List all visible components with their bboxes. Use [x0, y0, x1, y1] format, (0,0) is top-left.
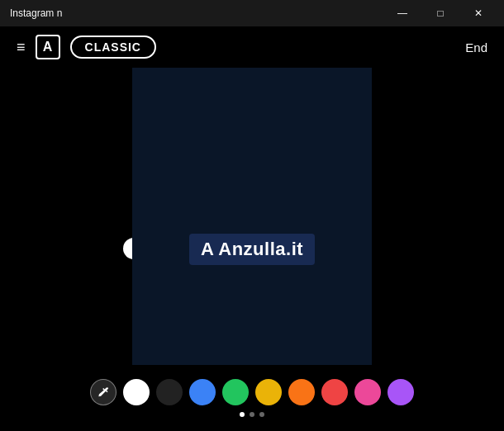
color-swatch-pink[interactable] — [354, 379, 381, 405]
title-bar: Instagram n — □ ✕ — [0, 0, 504, 26]
app-title: Instagram n — [7, 7, 62, 19]
maximize-button[interactable]: □ — [421, 0, 459, 26]
classic-mode-button[interactable]: CLASSIC — [70, 36, 156, 59]
end-button[interactable]: End — [465, 40, 487, 54]
color-swatch-yellow[interactable] — [255, 379, 282, 405]
color-palette — [0, 365, 504, 431]
color-swatch-green[interactable] — [222, 379, 249, 405]
window-controls: — □ ✕ — [383, 0, 497, 26]
color-swatch-black[interactable] — [156, 379, 183, 405]
menu-icon[interactable]: ≡ — [17, 39, 26, 56]
color-swatch-purple[interactable] — [388, 379, 414, 405]
dot-3 — [259, 412, 264, 417]
dot-1 — [240, 412, 245, 417]
eyedropper-button[interactable] — [90, 379, 116, 405]
pagination-dots — [240, 412, 264, 417]
toolbar: ≡ A CLASSIC End — [0, 26, 504, 68]
close-button[interactable]: ✕ — [459, 0, 497, 26]
color-swatch-red[interactable] — [321, 379, 348, 405]
swatches — [123, 379, 414, 405]
color-row — [90, 379, 414, 405]
dot-2 — [250, 412, 254, 417]
color-swatch-blue[interactable] — [189, 379, 216, 405]
text-style-button[interactable]: A — [36, 35, 60, 59]
toolbar-left: ≡ A CLASSIC — [17, 35, 156, 59]
eyedropper-icon — [97, 386, 110, 399]
minimize-button[interactable]: — — [383, 0, 421, 26]
color-swatch-orange[interactable] — [288, 379, 315, 405]
story-text[interactable]: A Anzulla.it — [189, 234, 315, 265]
color-swatch-white[interactable] — [123, 379, 150, 405]
